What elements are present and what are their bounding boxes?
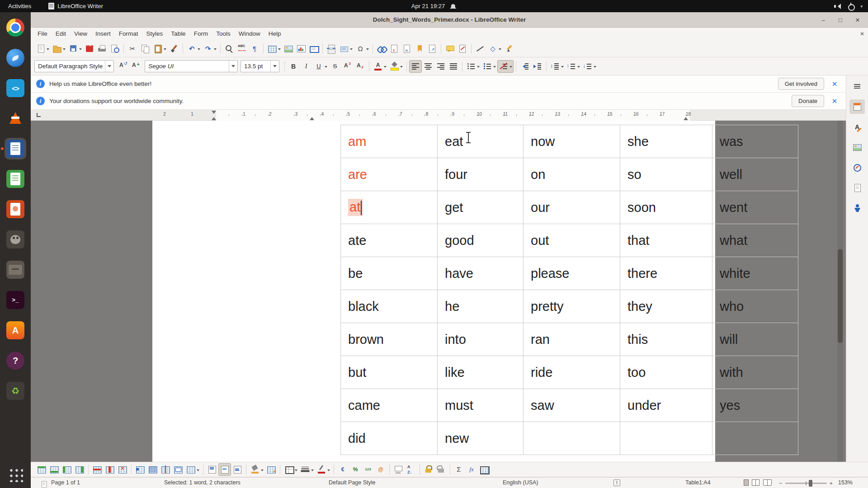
dropdown-arrow-icon[interactable] — [594, 66, 596, 69]
align-right-button[interactable] — [434, 60, 447, 73]
update-selected-style-button[interactable] — [117, 60, 129, 73]
protect-cells-button[interactable] — [422, 463, 435, 476]
insert-cross-reference-button[interactable] — [426, 42, 439, 55]
book-view-icon[interactable] — [763, 479, 772, 486]
table-cell[interactable]: out — [524, 224, 620, 257]
borders-button[interactable] — [283, 463, 299, 476]
table-cell[interactable] — [620, 422, 712, 455]
zoom-control[interactable]: − + — [779, 480, 833, 487]
insert-hyperlink-button[interactable] — [375, 42, 388, 55]
strikethrough-button[interactable]: S — [329, 60, 341, 73]
language-status[interactable]: English (USA) — [503, 479, 538, 486]
vertical-scrollbar-thumb[interactable] — [838, 249, 843, 343]
new-style-button[interactable] — [129, 60, 142, 73]
tab-stop-selector-icon[interactable] — [37, 113, 41, 117]
number-format-percent-button[interactable]: % — [349, 463, 362, 476]
menu-tools[interactable]: Tools — [212, 28, 235, 40]
insert-special-character-button[interactable]: Ω — [354, 42, 370, 55]
insert-column-after-button[interactable] — [73, 463, 86, 476]
table-cell[interactable]: are — [341, 158, 438, 191]
print-preview-button[interactable] — [108, 42, 121, 55]
table-cell[interactable]: get — [438, 191, 524, 224]
formatting-marks-button[interactable]: ¶ — [248, 42, 261, 55]
dropdown-arrow-icon[interactable] — [366, 48, 369, 52]
gallery-deck-button[interactable] — [849, 140, 865, 155]
insert-line-button[interactable] — [474, 42, 486, 55]
dropdown-arrow-icon[interactable] — [327, 469, 330, 473]
increase-indent-button[interactable] — [531, 60, 544, 73]
dock-item-thunderbird[interactable] — [5, 47, 26, 69]
dock-item-help[interactable]: ? — [5, 350, 26, 371]
table-cell[interactable]: who — [712, 290, 798, 323]
dropdown-arrow-icon[interactable] — [325, 66, 327, 69]
horizontal-ruler[interactable]: 21123456789101112131415161718 — [31, 110, 846, 121]
dock-item-file-manager[interactable] — [5, 259, 26, 281]
menu-insert[interactable]: Insert — [91, 28, 115, 40]
unordered-list-button[interactable] — [465, 60, 481, 73]
delete-rows-button[interactable] — [91, 463, 104, 476]
superscript-button[interactable] — [341, 60, 354, 73]
page-count-status[interactable]: Page 1 of 1 — [51, 479, 80, 486]
align-left-button[interactable] — [409, 60, 422, 73]
basic-shapes-button[interactable]: ◇ — [486, 42, 503, 55]
character-highlighting-color-button[interactable] — [388, 60, 404, 73]
align-center-button[interactable] — [422, 60, 434, 73]
unprotect-cells-button[interactable] — [435, 463, 448, 476]
ordered-list-button[interactable] — [481, 60, 497, 73]
redo-button[interactable]: ↷ — [202, 42, 218, 55]
no-list-button[interactable] — [497, 60, 514, 73]
split-cells-button[interactable] — [159, 463, 172, 476]
table-cell[interactable]: four — [438, 158, 524, 191]
table-cell[interactable] — [712, 422, 798, 455]
table-cell[interactable]: well — [712, 158, 798, 191]
clock-area[interactable]: Apr 21 19:27 — [411, 3, 457, 10]
system-tray[interactable]: ▾ — [833, 2, 863, 10]
print-button[interactable] — [96, 42, 108, 55]
font-size-dropdown-icon[interactable] — [270, 61, 279, 72]
table-cell[interactable]: came — [341, 389, 438, 422]
spelling-button[interactable] — [236, 42, 248, 55]
export-pdf-button[interactable] — [83, 42, 96, 55]
get-involved-button[interactable]: Get involved — [778, 78, 824, 90]
font-color-button[interactable] — [372, 60, 388, 73]
merge-cells-button[interactable] — [172, 463, 184, 476]
number-format-text-button[interactable]: @ — [374, 463, 387, 476]
table-cell[interactable]: was — [712, 125, 798, 158]
show-draw-functions-button[interactable] — [503, 42, 515, 55]
dock-item-software-updater[interactable]: ♻ — [5, 380, 26, 402]
navigator-deck-button[interactable] — [849, 160, 865, 175]
minimize-button[interactable]: – — [819, 17, 827, 23]
table-cell[interactable]: eat — [438, 125, 524, 158]
table-cell[interactable]: she — [620, 125, 712, 158]
table-cell[interactable]: new — [438, 422, 524, 455]
underline-button[interactable]: U — [312, 60, 329, 73]
table-cell[interactable]: that — [620, 224, 712, 257]
insert-page-break-button[interactable] — [325, 42, 338, 55]
insert-endnote-button[interactable] — [401, 42, 413, 55]
menu-edit[interactable]: Edit — [52, 28, 70, 40]
table-cell[interactable]: soon — [620, 191, 712, 224]
single-page-view-icon[interactable] — [744, 479, 749, 486]
table-cell[interactable]: at — [341, 191, 438, 224]
dropdown-arrow-icon[interactable] — [577, 66, 580, 69]
right-indent-marker[interactable] — [684, 115, 688, 120]
new-document-button[interactable] — [34, 42, 51, 55]
center-vertically-button[interactable] — [218, 463, 231, 476]
sum-button[interactable]: Σ — [453, 463, 465, 476]
font-name-dropdown-icon[interactable] — [229, 61, 237, 72]
insert-image-button[interactable] — [282, 42, 295, 55]
decrease-paragraph-spacing-button[interactable] — [581, 60, 598, 73]
dock-item-chrome[interactable] — [5, 17, 26, 38]
styles-deck-button[interactable]: A — [849, 120, 865, 134]
dock-item-gimp[interactable] — [5, 229, 26, 250]
table-cell[interactable]: did — [341, 422, 438, 455]
dropdown-arrow-icon[interactable] — [261, 469, 264, 473]
insert-row-above-button[interactable] — [35, 463, 48, 476]
dropdown-arrow-icon[interactable] — [79, 48, 82, 52]
cut-button[interactable]: ✂ — [126, 42, 139, 55]
dropdown-arrow-icon[interactable] — [214, 48, 217, 52]
table-cell[interactable]: he — [438, 290, 524, 323]
table-cell[interactable]: so — [620, 158, 712, 191]
line-spacing-button[interactable] — [549, 60, 565, 73]
table-cell[interactable]: into — [438, 323, 524, 356]
